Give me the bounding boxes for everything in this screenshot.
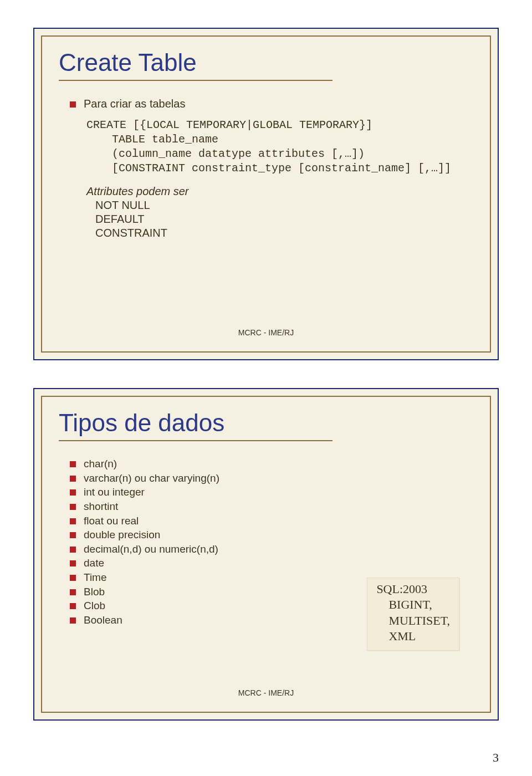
sidebox-line: MULTISET, — [376, 613, 450, 629]
list-item: float ou real — [70, 514, 468, 528]
code-block: CREATE [{LOCAL TEMPORARY|GLOBAL TEMPORAR… — [70, 118, 468, 176]
slide-footer: MCRC - IME/RJ — [42, 328, 490, 337]
slide-inner-frame: Create Table Para criar as tabelas CREAT… — [41, 35, 491, 353]
list-item: char(n) — [70, 457, 468, 471]
list-item: decimal(n,d) ou numeric(n,d) — [70, 542, 468, 557]
item-text: shortint — [84, 499, 118, 514]
square-bullet-icon — [70, 504, 76, 510]
square-bullet-icon — [70, 101, 76, 108]
list-item: int ou integer — [70, 485, 468, 499]
list-item: date — [70, 556, 468, 570]
page-number: 3 — [493, 751, 499, 765]
title-underline — [59, 440, 332, 441]
square-bullet-icon — [70, 575, 76, 581]
code-line: CREATE [{LOCAL TEMPORARY|GLOBAL TEMPORAR… — [86, 118, 468, 132]
square-bullet-icon — [70, 461, 76, 467]
square-bullet-icon — [70, 547, 76, 553]
square-bullet-icon — [70, 617, 76, 624]
slide-footer: MCRC - IME/RJ — [42, 688, 490, 697]
slide-create-table: Create Table Para criar as tabelas CREAT… — [33, 28, 499, 360]
bullet-item: Para criar as tabelas — [70, 96, 468, 111]
square-bullet-icon — [70, 560, 76, 566]
list-item: varchar(n) ou char varying(n) — [70, 471, 468, 486]
item-text: Boolean — [84, 613, 122, 627]
square-bullet-icon — [70, 489, 76, 496]
title-area: Create Table — [42, 37, 490, 86]
bullet-text: Para criar as tabelas — [84, 96, 185, 111]
square-bullet-icon — [70, 476, 76, 482]
attributes-item: DEFAULT — [95, 212, 468, 226]
item-text: varchar(n) ou char varying(n) — [84, 471, 219, 486]
square-bullet-icon — [70, 518, 76, 524]
sidebox-line: BIGINT, — [376, 597, 450, 613]
item-text: char(n) — [84, 457, 117, 471]
square-bullet-icon — [70, 532, 76, 538]
code-line: TABLE table_name — [86, 132, 468, 147]
square-bullet-icon — [70, 603, 76, 609]
sql2003-box: SQL:2003 BIGINT, MULTISET, XML — [367, 578, 459, 651]
title-area: Tipos de dados — [42, 397, 490, 447]
slide-inner-frame: Tipos de dados char(n) varchar(n) ou cha… — [41, 396, 491, 713]
sidebox-head: SQL:2003 — [376, 581, 450, 598]
attributes-label: Attributes podem ser — [70, 185, 468, 198]
attributes-item: CONSTRAINT — [95, 226, 468, 240]
item-text: int ou integer — [84, 485, 145, 499]
code-line: [CONSTRAINT constraint_type [constraint_… — [86, 161, 468, 176]
list-item: double precision — [70, 528, 468, 542]
item-text: float ou real — [84, 514, 139, 528]
item-text: Clob — [84, 599, 105, 613]
slide-content: Para criar as tabelas CREATE [{LOCAL TEM… — [42, 86, 490, 246]
slide-title: Tipos de dados — [59, 409, 473, 437]
list-item: shortint — [70, 499, 468, 514]
square-bullet-icon — [70, 589, 76, 595]
sidebox-line: XML — [376, 629, 450, 645]
title-underline — [59, 80, 332, 81]
item-text: date — [84, 556, 104, 570]
item-text: Blob — [84, 585, 105, 599]
slide-title: Create Table — [59, 49, 473, 76]
code-line: (column_name datatype attributes [,…]) — [86, 147, 468, 161]
item-text: double precision — [84, 528, 160, 542]
item-text: decimal(n,d) ou numeric(n,d) — [84, 542, 218, 557]
item-text: Time — [84, 570, 107, 585]
slide-tipos-de-dados: Tipos de dados char(n) varchar(n) ou cha… — [33, 388, 499, 721]
attributes-item: NOT NULL — [95, 198, 468, 212]
attributes-list: NOT NULL DEFAULT CONSTRAINT — [70, 198, 468, 240]
